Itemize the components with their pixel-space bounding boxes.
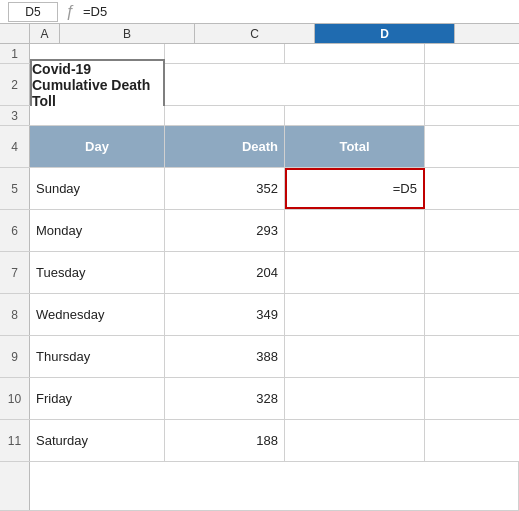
cell-extra-b: [30, 462, 519, 510]
row-6: 6 Monday 293: [0, 210, 519, 252]
cell-b3[interactable]: [30, 106, 165, 125]
cell-d10[interactable]: [285, 378, 425, 419]
row-num-4: 4: [0, 126, 30, 167]
cell-d7[interactable]: [285, 252, 425, 293]
cell-c9[interactable]: 388: [165, 336, 285, 377]
cell-d3[interactable]: [285, 106, 425, 125]
formula-bar: D5 ƒ =D5: [0, 0, 519, 24]
cell-reference: D5: [8, 2, 58, 22]
cell-c7[interactable]: 204: [165, 252, 285, 293]
cell-c1[interactable]: [165, 44, 285, 63]
cell-c11[interactable]: 188: [165, 420, 285, 461]
cell-d8[interactable]: [285, 294, 425, 335]
cell-c2[interactable]: [165, 64, 285, 105]
grid: 1 2 Covid-19 Cumulative Death Toll 3 4 D…: [0, 44, 519, 511]
header-day[interactable]: Day: [30, 126, 165, 167]
row-num-2: 2: [0, 64, 30, 105]
row-num-5: 5: [0, 168, 30, 209]
cell-c5[interactable]: 352: [165, 168, 285, 209]
row-num-11: 11: [0, 420, 30, 461]
spreadsheet: D5 ƒ =D5 A B C D 1 2 Covid-19 Cumulative…: [0, 0, 519, 511]
cell-b11[interactable]: Saturday: [30, 420, 165, 461]
cell-b7[interactable]: Tuesday: [30, 252, 165, 293]
corner-spacer: [0, 24, 30, 43]
row-num-6: 6: [0, 210, 30, 251]
cell-c6[interactable]: 293: [165, 210, 285, 251]
cell-b5[interactable]: Sunday: [30, 168, 165, 209]
column-headers-row: A B C D: [0, 24, 519, 44]
row-num-10: 10: [0, 378, 30, 419]
row-10: 10 Friday 328: [0, 378, 519, 420]
col-header-b[interactable]: B: [60, 24, 195, 43]
cell-b10[interactable]: Friday: [30, 378, 165, 419]
row-11: 11 Saturday 188: [0, 420, 519, 462]
cell-c10[interactable]: 328: [165, 378, 285, 419]
row-7: 7 Tuesday 204: [0, 252, 519, 294]
formula-text: =D5: [83, 4, 511, 19]
col-header-a[interactable]: A: [30, 24, 60, 43]
cell-b2[interactable]: Covid-19 Cumulative Death Toll: [30, 64, 165, 105]
remaining-rows: [0, 462, 519, 511]
cell-d5[interactable]: =D5: [285, 168, 425, 209]
row-num-3: 3: [0, 106, 30, 125]
row-4: 4 Day Death Total: [0, 126, 519, 168]
row-5: 5 Sunday 352 =D5: [0, 168, 519, 210]
row-num-9: 9: [0, 336, 30, 377]
row-num-1: 1: [0, 44, 30, 63]
row-num-8: 8: [0, 294, 30, 335]
cell-d2[interactable]: [285, 64, 425, 105]
col-header-c[interactable]: C: [195, 24, 315, 43]
col-header-d[interactable]: D: [315, 24, 455, 43]
cell-d1[interactable]: [285, 44, 425, 63]
cell-d6[interactable]: [285, 210, 425, 251]
row-8: 8 Wednesday 349: [0, 294, 519, 336]
cell-b9[interactable]: Thursday: [30, 336, 165, 377]
cell-d11[interactable]: [285, 420, 425, 461]
header-death[interactable]: Death: [165, 126, 285, 167]
cell-d9[interactable]: [285, 336, 425, 377]
formula-divider: ƒ: [66, 3, 75, 21]
cell-c8[interactable]: 349: [165, 294, 285, 335]
cell-b8[interactable]: Wednesday: [30, 294, 165, 335]
row-9: 9 Thursday 388: [0, 336, 519, 378]
row-num-extra: [0, 462, 30, 510]
row-3: 3: [0, 106, 519, 126]
cell-c3[interactable]: [165, 106, 285, 125]
title-cell: Covid-19 Cumulative Death Toll: [30, 59, 165, 111]
row-num-7: 7: [0, 252, 30, 293]
header-total[interactable]: Total: [285, 126, 425, 167]
cell-b6[interactable]: Monday: [30, 210, 165, 251]
row-2: 2 Covid-19 Cumulative Death Toll: [0, 64, 519, 106]
